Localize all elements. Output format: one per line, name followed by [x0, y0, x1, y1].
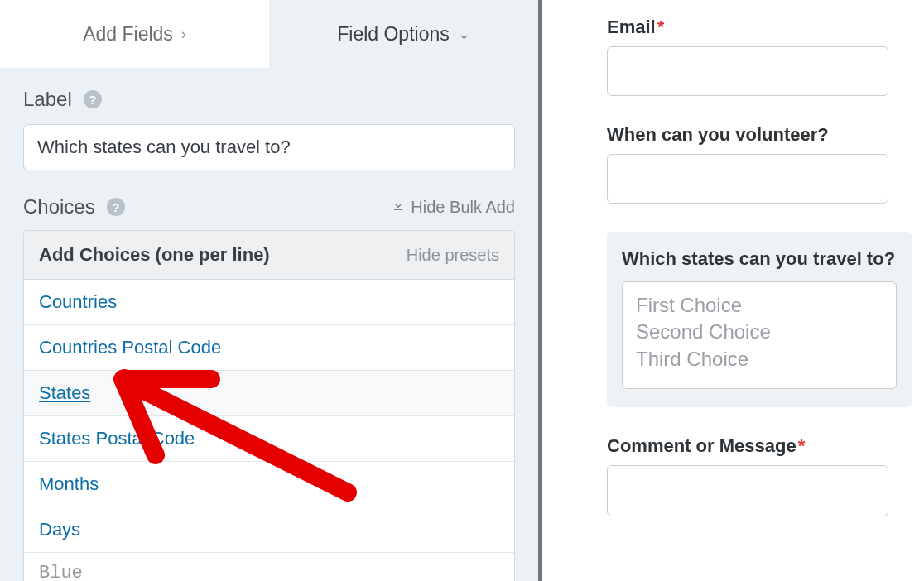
- email-label: Email*: [607, 17, 912, 38]
- tabs: Add Fields › Field Options ⌄: [0, 0, 538, 68]
- email-input[interactable]: [607, 46, 888, 96]
- left-panel: Add Fields › Field Options ⌄ Label ? Cho…: [0, 0, 542, 581]
- comment-textarea[interactable]: [607, 465, 888, 516]
- form-group-comment: Comment or Message*: [607, 435, 912, 516]
- form-group-email: Email*: [607, 17, 912, 96]
- help-icon[interactable]: ?: [107, 198, 125, 216]
- form-group-volunteer: When can you volunteer?: [607, 124, 912, 204]
- email-label-text: Email: [607, 17, 656, 37]
- panel-body: Label ? Choices ? Hide Bulk Add Add: [0, 68, 538, 581]
- chevron-down-icon: ⌄: [458, 25, 470, 43]
- preset-states[interactable]: States: [24, 371, 514, 416]
- hide-bulk-add-link[interactable]: Hide Bulk Add: [391, 198, 515, 217]
- chevron-right-icon: ›: [181, 26, 186, 43]
- required-asterisk: *: [798, 435, 806, 456]
- preset-countries[interactable]: Countries: [24, 280, 514, 325]
- choices-textarea[interactable]: Blue Red Green: [24, 553, 514, 581]
- choice-placeholder: Third Choice: [636, 346, 883, 372]
- choices-box: Add Choices (one per line) Hide presets …: [23, 230, 515, 581]
- states-label: Which states can you travel to?: [622, 248, 897, 270]
- tab-add-fields-label: Add Fields: [83, 23, 173, 46]
- tab-add-fields[interactable]: Add Fields ›: [0, 0, 269, 68]
- choice-line: Blue: [39, 561, 499, 581]
- choice-placeholder: First Choice: [636, 292, 883, 319]
- volunteer-input[interactable]: [607, 154, 888, 204]
- hide-bulk-label: Hide Bulk Add: [411, 198, 515, 217]
- hide-presets-link[interactable]: Hide presets: [407, 246, 499, 265]
- preset-months[interactable]: Months: [24, 462, 514, 507]
- preset-countries-postal[interactable]: Countries Postal Code: [24, 325, 514, 371]
- preset-states-postal[interactable]: States Postal Code: [24, 416, 514, 462]
- comment-label: Comment or Message*: [607, 435, 912, 457]
- choices-box-title: Add Choices (one per line): [39, 244, 270, 266]
- selected-field-states[interactable]: Which states can you travel to? First Ch…: [607, 232, 912, 407]
- choice-placeholder: Second Choice: [636, 319, 883, 345]
- comment-label-text: Comment or Message: [607, 435, 796, 456]
- tab-field-options-label: Field Options: [337, 23, 450, 46]
- states-choices-box[interactable]: First Choice Second Choice Third Choice: [622, 281, 897, 389]
- download-icon: [391, 198, 406, 217]
- required-asterisk: *: [657, 17, 665, 37]
- label-input[interactable]: [23, 124, 515, 170]
- volunteer-label: When can you volunteer?: [607, 124, 912, 146]
- preset-days[interactable]: Days: [24, 507, 514, 553]
- label-section-title: Label: [23, 88, 72, 111]
- right-panel: Email* When can you volunteer? Which sta…: [542, 0, 924, 581]
- choices-section-title: Choices: [23, 195, 95, 218]
- help-icon[interactable]: ?: [84, 90, 102, 108]
- tab-field-options[interactable]: Field Options ⌄: [269, 0, 538, 68]
